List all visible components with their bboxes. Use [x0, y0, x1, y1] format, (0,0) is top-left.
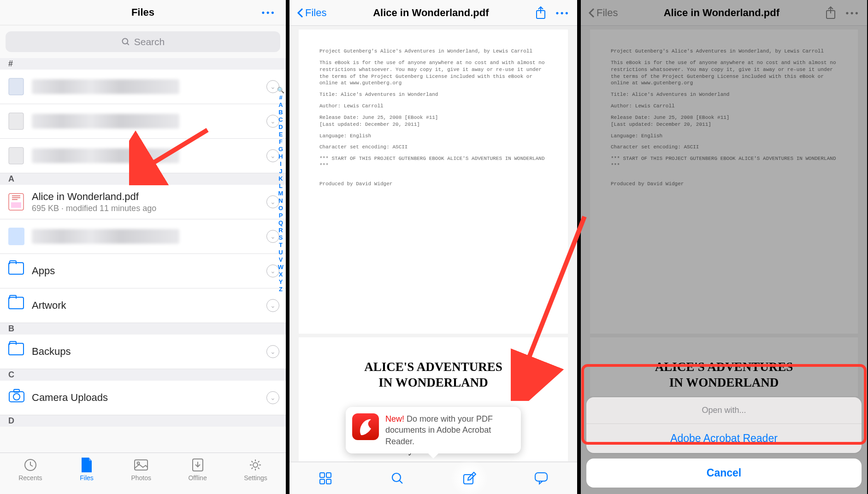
section-d: D: [0, 415, 286, 427]
tab-settings[interactable]: Settings: [244, 458, 267, 494]
folder-icon: [8, 343, 24, 355]
tab-files[interactable]: Files: [79, 458, 94, 494]
tab-offline[interactable]: Offline: [188, 458, 207, 494]
svg-rect-8: [14, 389, 19, 392]
file-name: Alice in Wonderland.pdf: [32, 191, 156, 203]
open-with-adobe-button[interactable]: Adobe Acrobat Reader: [586, 424, 862, 453]
action-sheet: Open with... Adobe Acrobat Reader Cancel: [586, 397, 862, 488]
alpha-index[interactable]: 🔍#ABCDEFGHIJKLMNOPQRSTUVWXYZ: [277, 87, 285, 293]
svg-rect-2: [9, 78, 24, 95]
svg-rect-4: [9, 147, 24, 164]
svg-point-14: [137, 462, 140, 465]
toolbar: [289, 462, 577, 494]
camera-icon: [8, 389, 24, 406]
comment-icon[interactable]: [533, 470, 549, 487]
svg-rect-22: [320, 479, 325, 484]
svg-line-1: [127, 43, 129, 45]
pdf-page-1[interactable]: Project Gutenberg's Alice's Adventures i…: [299, 29, 568, 334]
adobe-icon: [352, 413, 379, 440]
search-input[interactable]: Search: [6, 31, 280, 52]
list-item[interactable]: ⌄: [0, 139, 286, 173]
list-item-folder-apps[interactable]: Apps ⌄: [0, 254, 286, 288]
section-hash: #: [0, 58, 286, 70]
tab-photos[interactable]: Photos: [131, 458, 151, 494]
svg-line-25: [400, 480, 403, 483]
section-c: C: [0, 369, 286, 381]
doc-title: Alice in Wonderland.pdf: [373, 7, 489, 19]
edit-icon[interactable]: [461, 470, 478, 487]
file-meta: 695 KB · modified 11 minutes ago: [32, 204, 156, 213]
nav-bar: Files Alice in Wonderland.pdf ●●●: [289, 0, 577, 26]
pdf-icon: [8, 193, 24, 211]
svg-rect-3: [9, 113, 24, 129]
search-icon[interactable]: [389, 470, 406, 487]
svg-point-24: [392, 473, 401, 482]
folder-name: Backups: [32, 346, 71, 358]
more-icon[interactable]: ●●●: [555, 10, 570, 16]
svg-rect-23: [326, 479, 331, 484]
nav-bar: Files ●●●: [0, 0, 286, 25]
cancel-button[interactable]: Cancel: [586, 459, 862, 488]
folder-icon: [8, 297, 24, 309]
list-item[interactable]: ⌄: [0, 104, 286, 139]
folder-name: Camera Uploads: [32, 392, 108, 404]
svg-point-9: [13, 394, 20, 400]
clock-icon: [23, 458, 38, 472]
gear-icon: [248, 458, 263, 472]
svg-point-0: [122, 38, 128, 44]
svg-point-16: [253, 463, 258, 467]
file-icon: [79, 458, 94, 472]
list-item[interactable]: ⌄: [0, 219, 286, 254]
folder-icon: [8, 262, 24, 275]
list-item-folder-backups[interactable]: Backups ⌄: [0, 335, 286, 369]
list-item[interactable]: ⌄: [0, 70, 286, 104]
svg-rect-21: [326, 473, 331, 477]
section-a: A: [0, 173, 286, 185]
acrobat-tooltip[interactable]: New! Do more with your PDF documents in …: [346, 407, 521, 453]
section-b: B: [0, 323, 286, 335]
sheet-header: Open with...: [586, 397, 862, 424]
svg-rect-27: [535, 473, 547, 481]
svg-rect-6: [11, 202, 21, 208]
folder-name: Apps: [32, 265, 55, 277]
list-item-folder-artwork[interactable]: Artwork ⌄: [0, 288, 286, 323]
more-icon[interactable]: ●●●: [261, 9, 276, 16]
search-placeholder: Search: [134, 36, 165, 47]
list-item-pdf[interactable]: Alice in Wonderland.pdf 695 KB · modifie…: [0, 185, 286, 219]
chevron-down-icon[interactable]: ⌄: [266, 345, 279, 358]
chevron-down-icon[interactable]: ⌄: [266, 391, 279, 404]
photo-icon: [134, 458, 148, 472]
tab-recents[interactable]: Recents: [18, 458, 42, 494]
folder-name: Artwork: [32, 300, 66, 312]
nav-title: Files: [131, 6, 154, 18]
tab-bar: Recents Files Photos Offline Settings: [0, 453, 286, 494]
chevron-down-icon[interactable]: ⌄: [266, 299, 279, 312]
svg-rect-20: [320, 473, 325, 477]
list-item-folder-camera[interactable]: Camera Uploads ⌄: [0, 381, 286, 415]
back-button[interactable]: Files: [297, 7, 326, 19]
search-icon: [121, 37, 130, 47]
share-icon[interactable]: [535, 6, 546, 20]
grid-icon[interactable]: [317, 470, 334, 487]
download-icon: [190, 458, 205, 472]
